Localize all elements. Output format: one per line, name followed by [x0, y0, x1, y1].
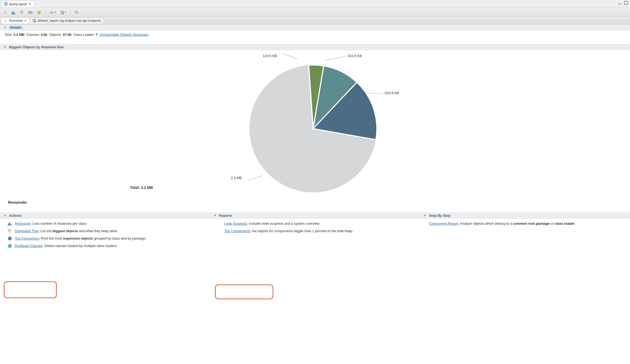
svg-point-22 [34, 21, 36, 23]
report-leak: Leak Suspects: includes leak suspects an… [217, 221, 416, 226]
svg-rect-9 [22, 11, 23, 12]
chevron-down-icon: ▼ [54, 11, 57, 14]
section-step[interactable]: ▼ Step By Step [420, 213, 630, 219]
svg-rect-6 [13, 11, 14, 14]
gear-icon[interactable] [37, 10, 41, 15]
search-icon[interactable] [74, 10, 79, 15]
svg-rect-28 [8, 229, 9, 230]
pie-chart: 124.5 KB 310.9 KB 520.8 KB 2.3 MB Total:… [0, 52, 630, 200]
toolbar: i OQL ▼ ▼ [0, 8, 630, 17]
class-icon: C [7, 244, 12, 248]
editor-tab-bar: dump.hprof ✕ [0, 0, 630, 8]
top-components-link[interactable]: Top Components [224, 229, 250, 233]
chevron-down-icon: ▼ [214, 214, 216, 217]
step-component-report: Component Report: Analyze objects which … [428, 221, 626, 226]
svg-rect-3 [624, 1, 628, 5]
action-histogram: Histogram: Lists number of instances per… [7, 221, 206, 226]
action-duplicate: C Duplicate Classes: Detect classes load… [7, 244, 206, 248]
section-biggest[interactable]: ▼ Biggest Objects by Retained Size [0, 44, 630, 50]
svg-rect-25 [8, 223, 9, 226]
component-report-link[interactable]: Component Report [429, 222, 458, 226]
tab-label: dump.hprof [9, 2, 27, 6]
section-title: Biggest Objects by Retained Size [9, 45, 64, 49]
pie-slice-label: 124.5 KB [263, 54, 277, 58]
globe-icon [7, 236, 12, 241]
section-title: Actions [9, 214, 22, 218]
action-dominator: Dominator Tree: List the biggest objects… [7, 229, 206, 233]
histogram-icon[interactable] [11, 10, 16, 15]
chevron-down-icon: ▼ [4, 214, 6, 217]
svg-rect-5 [12, 12, 12, 14]
svg-line-19 [77, 13, 78, 14]
svg-rect-10 [21, 13, 22, 14]
reports-column: ▼ Reports Leak Suspects: includes leak s… [210, 213, 420, 251]
actions-column: ▼ Actions Histogram: Lists number of ins… [0, 213, 210, 251]
svg-rect-8 [20, 11, 21, 12]
action-top-consumers: Top Consumers: Print the most expensive … [7, 236, 206, 241]
svg-rect-15 [51, 13, 51, 14]
leak-suspects-link[interactable]: Leak Suspects [224, 222, 247, 226]
remainder-label: Remainder [0, 200, 630, 205]
section-title: Reports [219, 214, 232, 218]
unreachable-link[interactable]: Unreachable Objects Histogram [100, 33, 148, 37]
tab-overview[interactable]: i Overview ✕ [1, 18, 29, 24]
pie-slice-label: 2.3 MB [231, 176, 242, 180]
section-title: Step By Step [429, 214, 450, 218]
svg-point-18 [75, 11, 77, 13]
svg-text:i: i [5, 19, 6, 23]
annotation-actions [4, 281, 57, 298]
svg-point-31 [8, 237, 12, 240]
chevron-down-icon: ▼ [4, 46, 6, 49]
pie-slice-label: 520.8 KB [385, 91, 399, 95]
details-row: Size: 3.2 MB Classes: 3.8k Objects: 57.9… [0, 31, 630, 39]
sub-tab-label: default_report org.eclipse.mat.api:suspe… [38, 19, 101, 23]
histogram-link[interactable]: Histogram [15, 222, 31, 226]
db-icon [4, 2, 8, 6]
close-icon[interactable]: ✕ [24, 19, 27, 23]
svg-point-17 [62, 13, 64, 14]
duplicate-link[interactable]: Duplicate Classes [15, 244, 42, 248]
run-tree-button[interactable]: ▼ [49, 10, 57, 15]
section-title: Details [9, 25, 23, 29]
annotation-leak [215, 284, 273, 299]
svg-rect-29 [10, 229, 11, 230]
total-label: Total: 3.2 MB [130, 185, 153, 190]
svg-rect-7 [14, 13, 15, 14]
chevron-down-icon: ▼ [4, 26, 6, 29]
pie-slice-label: 310.9 KB [348, 54, 362, 58]
sub-tab-label: Overview [9, 19, 23, 23]
section-reports[interactable]: ▼ Reports [210, 213, 420, 219]
step-column: ▼ Step By Step Component Report: Analyze… [420, 213, 630, 251]
tree-icon [7, 229, 12, 233]
svg-rect-2 [618, 4, 621, 4]
tab-default-report[interactable]: default_report org.eclipse.mat.api:suspe… [29, 18, 104, 24]
dominator-link[interactable]: Dominator Tree [15, 229, 39, 233]
report-top-components: Top Components: list reports for compone… [217, 229, 416, 233]
oql-icon[interactable]: OQL [28, 10, 33, 15]
svg-text:i: i [5, 10, 6, 15]
chevron-down-icon: ▼ [424, 214, 426, 217]
top-consumers-link[interactable]: Top Consumers [15, 236, 39, 240]
svg-rect-14 [51, 12, 51, 13]
svg-text:C: C [9, 244, 11, 248]
section-actions[interactable]: ▼ Actions [0, 213, 210, 219]
maximize-icon[interactable] [624, 1, 628, 5]
svg-rect-26 [9, 222, 10, 226]
sub-tab-bar: i Overview ✕ default_report org.eclipse.… [0, 17, 630, 24]
tree-icon[interactable] [20, 10, 24, 15]
close-icon[interactable]: ✕ [28, 2, 31, 6]
svg-point-12 [38, 12, 40, 13]
svg-rect-27 [11, 224, 11, 226]
svg-rect-13 [51, 11, 51, 11]
pie-svg [247, 62, 379, 195]
file-tab[interactable]: dump.hprof ✕ [1, 1, 34, 7]
section-details[interactable]: ▼ Details [0, 24, 630, 31]
minimize-icon[interactable] [618, 1, 622, 5]
svg-rect-30 [9, 232, 10, 233]
db-dropdown-button[interactable]: ▼ [60, 11, 67, 14]
info-icon[interactable]: i [3, 10, 7, 15]
chevron-down-icon: ▼ [64, 11, 67, 14]
histogram-icon [7, 221, 12, 226]
